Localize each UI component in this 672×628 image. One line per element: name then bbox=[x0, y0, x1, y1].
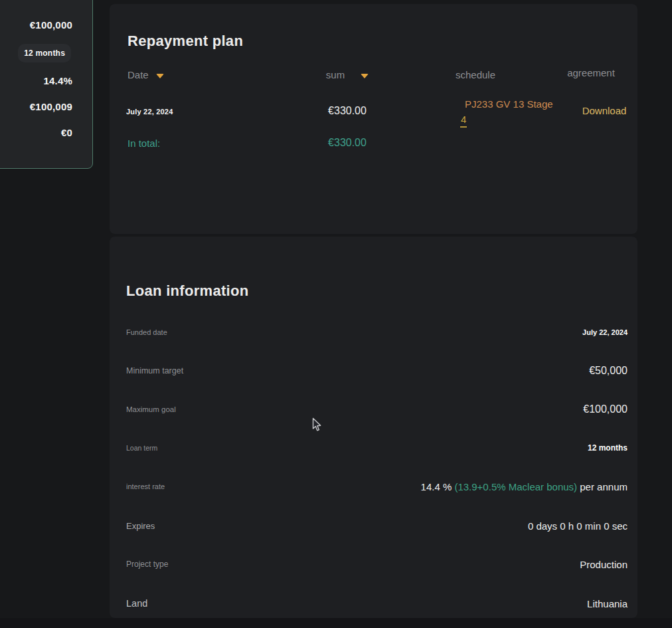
interest-rate-base: 14.4 % bbox=[421, 481, 455, 492]
summary-value-zero: €0 bbox=[0, 126, 72, 140]
loan-row-label: interest rate bbox=[126, 482, 165, 490]
loan-row-label: Loan term bbox=[126, 444, 157, 452]
page: €100,000 12 months 14.4% €100,009 €0 Rep… bbox=[0, 0, 672, 628]
total-sum: €330.00 bbox=[294, 136, 400, 150]
loan-row-label: Minimum target bbox=[126, 366, 183, 375]
repayment-plan-card: Repayment plan Date sum schedule agreeme… bbox=[110, 4, 637, 234]
repayment-plan-title: Repayment plan bbox=[127, 31, 243, 51]
term-pill: 12 months bbox=[18, 44, 71, 62]
column-header-schedule: schedule bbox=[432, 68, 519, 82]
interest-rate-bonus: (13.9+0.5% Maclear bonus) bbox=[454, 481, 577, 492]
column-header-sum-label: sum bbox=[326, 68, 345, 82]
loan-row-funded-date: Funded date July 22, 2024 bbox=[126, 325, 628, 340]
column-header-date[interactable]: Date bbox=[127, 68, 164, 82]
loan-information-title: Loan information bbox=[126, 281, 248, 301]
download-agreement-link[interactable]: Download bbox=[561, 104, 647, 118]
chevron-down-icon bbox=[361, 74, 369, 78]
summary-value-rate: 14.4% bbox=[0, 74, 72, 88]
loan-row-interest-rate: interest rate 14.4 % (13.9+0.5% Maclear … bbox=[126, 479, 628, 494]
loan-row-label: Land bbox=[126, 598, 147, 609]
chevron-down-icon bbox=[156, 74, 164, 78]
repayment-sum: €330.00 bbox=[294, 104, 400, 118]
loan-row-value: Lithuania bbox=[587, 598, 628, 609]
loan-row-label: Project type bbox=[126, 560, 168, 569]
loan-row-value: €50,000 bbox=[589, 365, 628, 377]
loan-row-label: Maximum goal bbox=[126, 405, 176, 413]
loan-row-expires: Expires 0 days 0 h 0 min 0 sec bbox=[126, 518, 628, 533]
loan-row-value: Production bbox=[580, 559, 628, 570]
loan-row-value: 0 days 0 h 0 min 0 sec bbox=[528, 520, 628, 532]
schedule-link[interactable]: PJ233 GV 13 Stage 4 bbox=[460, 98, 566, 128]
loan-row-value: 14.4 % (13.9+0.5% Maclear bonus) per ann… bbox=[421, 481, 628, 492]
loan-row-label: Expires bbox=[126, 521, 155, 531]
schedule-link-line2: 4 bbox=[460, 113, 467, 128]
loan-row-loan-term: Loan term 12 months bbox=[126, 441, 628, 455]
loan-information-card: Loan information Funded date July 22, 20… bbox=[110, 237, 637, 618]
repayment-date: July 22, 2024 bbox=[126, 105, 173, 118]
summary-value-amount: €100,000 bbox=[0, 18, 72, 33]
summary-value-funded: €100,009 bbox=[0, 100, 72, 114]
loan-row-project-type: Project type Production bbox=[126, 557, 628, 572]
total-label: In total: bbox=[127, 137, 160, 150]
loan-row-value: 12 months bbox=[588, 443, 628, 453]
schedule-link-line1: PJ233 GV 13 Stage bbox=[465, 98, 566, 111]
loan-row-value: July 22, 2024 bbox=[582, 328, 628, 336]
loan-row-maximum-goal: Maximum goal €100,000 bbox=[126, 402, 628, 417]
investment-summary-panel: €100,000 12 months 14.4% €100,009 €0 bbox=[0, 0, 93, 169]
loan-row-land: Land Lithuania bbox=[126, 596, 628, 611]
loan-row-minimum-target: Minimum target €50,000 bbox=[126, 364, 628, 378]
loan-row-label: Funded date bbox=[126, 328, 167, 336]
summary-value-term: 12 months bbox=[0, 44, 71, 62]
loan-row-value: €100,000 bbox=[583, 403, 628, 415]
column-header-agreement: agreement bbox=[548, 66, 634, 80]
column-header-sum[interactable]: sum bbox=[294, 68, 400, 82]
interest-rate-suffix: per annum bbox=[577, 481, 628, 492]
column-header-date-label: Date bbox=[127, 68, 149, 82]
bottom-edge-strip bbox=[0, 618, 672, 628]
repayment-table-header: Date sum schedule agreement bbox=[110, 68, 637, 82]
